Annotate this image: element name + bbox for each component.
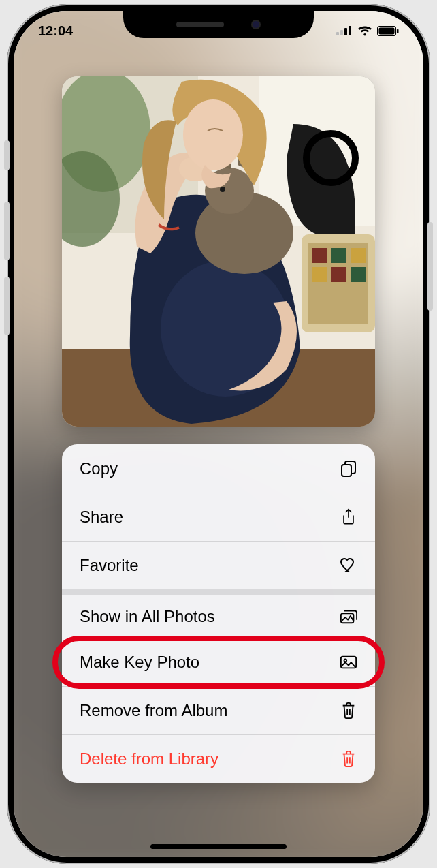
context-menu: Copy Share xyxy=(62,444,375,783)
svg-rect-3 xyxy=(349,26,351,35)
volume-up-button xyxy=(4,202,10,260)
menu-item-label: Remove from Album xyxy=(80,701,227,720)
menu-item-favorite[interactable]: Favorite xyxy=(62,541,375,589)
svg-rect-17 xyxy=(351,248,366,263)
battery-icon xyxy=(377,26,399,36)
svg-rect-0 xyxy=(336,32,339,35)
notch xyxy=(123,11,314,38)
svg-rect-2 xyxy=(344,28,347,35)
menu-item-make-key-photo[interactable]: Make Key Photo xyxy=(62,638,375,686)
svg-rect-18 xyxy=(312,267,327,282)
menu-item-delete-from-library[interactable]: Delete from Library xyxy=(62,734,375,783)
cellular-icon xyxy=(336,26,353,35)
volume-down-button xyxy=(4,277,10,335)
silence-switch xyxy=(4,140,10,170)
status-indicators xyxy=(336,25,399,36)
svg-rect-19 xyxy=(331,267,346,282)
svg-point-31 xyxy=(344,659,347,662)
menu-item-label: Copy xyxy=(80,459,118,478)
share-icon xyxy=(338,507,359,527)
speaker-grille xyxy=(176,22,224,27)
trash-icon xyxy=(338,700,359,721)
menu-item-show-all-photos[interactable]: Show in All Photos xyxy=(62,589,375,638)
svg-rect-6 xyxy=(397,29,399,33)
menu-item-copy[interactable]: Copy xyxy=(62,444,375,493)
svg-rect-28 xyxy=(342,465,351,476)
svg-rect-20 xyxy=(351,267,366,282)
phone-frame: 12:04 xyxy=(7,4,430,864)
trash-icon xyxy=(338,749,359,769)
menu-item-label: Share xyxy=(80,508,123,527)
menu-item-share[interactable]: Share xyxy=(62,493,375,541)
menu-item-label: Favorite xyxy=(80,556,139,575)
svg-rect-5 xyxy=(379,27,395,34)
photo-icon xyxy=(338,652,359,672)
photo-stack-icon xyxy=(338,606,359,627)
phone-bezel: 12:04 xyxy=(14,11,423,857)
menu-item-label: Make Key Photo xyxy=(80,653,199,672)
power-button xyxy=(427,222,433,311)
screen: 12:04 xyxy=(14,11,423,857)
menu-item-remove-from-album[interactable]: Remove from Album xyxy=(62,686,375,734)
heart-icon xyxy=(338,555,359,576)
photo-preview[interactable] xyxy=(62,76,375,427)
svg-rect-15 xyxy=(312,248,327,263)
copy-icon xyxy=(338,459,359,479)
svg-rect-1 xyxy=(340,30,343,35)
svg-point-27 xyxy=(183,99,243,170)
svg-rect-16 xyxy=(331,248,346,263)
status-time: 12:04 xyxy=(38,23,73,39)
home-indicator[interactable] xyxy=(150,844,287,849)
wifi-icon xyxy=(357,25,372,36)
svg-point-26 xyxy=(220,187,225,192)
front-camera xyxy=(251,20,261,29)
menu-item-label: Show in All Photos xyxy=(80,607,215,626)
menu-item-label: Delete from Library xyxy=(80,749,218,769)
